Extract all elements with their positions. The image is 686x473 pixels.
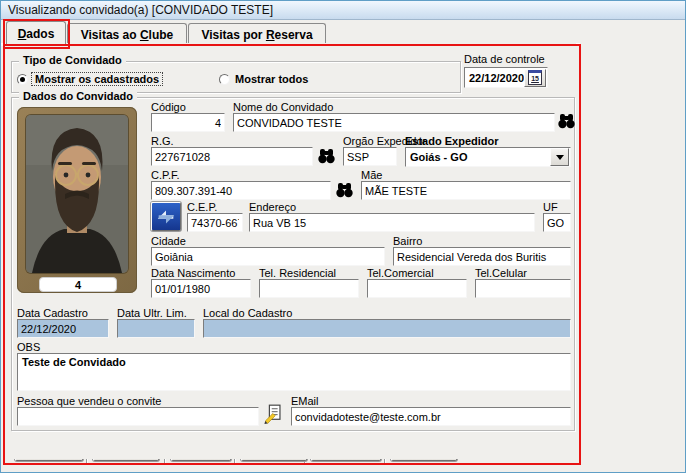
email-label: EMail	[291, 395, 319, 407]
cep-arrows-icon	[155, 206, 177, 228]
data-controle-value: 22/12/2020	[465, 72, 524, 84]
estado-expedidor-label: Estado Expedidor	[405, 135, 499, 147]
tel-residencial-label: Tel. Residencial	[259, 267, 336, 279]
app-window: Visualizando convidado(a) [CONVIDADO TES…	[0, 0, 686, 473]
tab-visitas-ao-clube[interactable]: Visitas ao Clube	[67, 23, 187, 45]
tel-residencial-field[interactable]	[259, 279, 359, 298]
window-title: Visualizando convidado(a) [CONVIDADO TES…	[8, 3, 273, 17]
radio-mostrar-cadastrados[interactable]	[17, 74, 28, 85]
calendar-icon: 15	[528, 70, 542, 85]
photo-number-badge: 4	[39, 277, 117, 292]
guest-photo	[26, 115, 128, 273]
pessoa-vendeu-field[interactable]	[17, 407, 259, 426]
groupbox-dados-title: Dados do Convidado	[19, 90, 137, 102]
radio-mostrar-todos[interactable]	[219, 74, 230, 85]
radio-mostrar-cadastrados-label[interactable]: Mostrar os cadastrados	[32, 73, 162, 85]
cep-lookup-button[interactable]	[151, 202, 181, 231]
uf-label: UF	[543, 201, 558, 213]
data-ultr-lim-label: Data Ultr. Lim.	[117, 307, 187, 319]
tel-celular-label: Tel.Celular	[475, 267, 527, 279]
local-cadastro-label: Local do Cadastro	[203, 307, 292, 319]
data-controle-label: Data de controle	[464, 53, 545, 65]
data-cadastro-label: Data Cadastro	[17, 307, 88, 319]
search-nome-icon[interactable]	[558, 113, 575, 132]
nome-label: Nome do Convidado	[233, 101, 333, 113]
endereco-field[interactable]	[249, 213, 535, 232]
obs-field[interactable]: Teste de Convidado	[17, 353, 571, 391]
mae-field[interactable]	[361, 181, 571, 200]
endereco-label: Endereço	[249, 201, 296, 213]
calendar-button[interactable]: 15	[524, 69, 546, 87]
obs-label: OBS	[17, 341, 40, 353]
titlebar: Visualizando convidado(a) [CONVIDADO TES…	[1, 1, 685, 20]
tel-comercial-field[interactable]	[367, 279, 467, 298]
rg-label: R.G.	[151, 135, 174, 147]
tel-comercial-label: Tel.Comercial	[367, 267, 434, 279]
data-nascimento-label: Data Nascimento	[151, 267, 235, 279]
person-lookup-icon[interactable]	[264, 404, 283, 427]
uf-field[interactable]	[543, 213, 571, 232]
codigo-field[interactable]	[151, 113, 225, 132]
tab-visitas-por-reserva[interactable]: Visitas por Reserva	[188, 23, 326, 45]
data-cadastro-field	[17, 319, 109, 338]
estado-expedidor-value: Goiás - GO	[406, 151, 550, 163]
tab-visitas-clube-label: Visitas ao Clube	[81, 28, 174, 42]
cidade-label: Cidade	[151, 235, 186, 247]
chevron-down-icon[interactable]	[550, 148, 569, 166]
mae-label: Mãe	[361, 169, 382, 181]
tab-dados-label: Dados	[18, 27, 55, 41]
tab-visitas-reserva-label: Visitas por Reserva	[201, 28, 312, 42]
cidade-field[interactable]	[151, 247, 385, 266]
bairro-field[interactable]	[393, 247, 571, 266]
tel-celular-field[interactable]	[475, 279, 571, 298]
nome-field[interactable]	[233, 113, 555, 132]
groupbox-tipo-title: Tipo de Convidado	[19, 54, 126, 66]
rg-field[interactable]	[151, 147, 313, 166]
tab-dados[interactable]: Dados	[6, 21, 66, 45]
bairro-label: Bairro	[393, 235, 422, 247]
cep-label: C.E.P.	[187, 201, 217, 213]
data-controle-field[interactable]: 22/12/2020 15	[464, 67, 548, 88]
codigo-label: Código	[151, 101, 186, 113]
portrait-image	[26, 115, 128, 273]
photo-frame[interactable]: 4	[17, 107, 137, 293]
cep-field[interactable]	[187, 213, 243, 232]
orgao-expedidor-field[interactable]	[343, 147, 397, 166]
cpf-field[interactable]	[151, 181, 331, 200]
pessoa-vendeu-label: Pessoa que vendeu o convite	[17, 395, 161, 407]
data-nascimento-field[interactable]	[151, 279, 251, 298]
local-cadastro-field	[203, 319, 571, 338]
email-field[interactable]	[291, 407, 571, 426]
data-ultr-lim-field	[117, 319, 195, 338]
search-cpf-icon[interactable]	[336, 182, 353, 201]
estado-expedidor-combo[interactable]: Goiás - GO	[405, 147, 571, 167]
radio-mostrar-todos-label[interactable]: Mostrar todos	[235, 73, 308, 85]
cpf-label: C.P.F.	[151, 169, 180, 181]
search-rg-icon[interactable]	[318, 148, 335, 167]
